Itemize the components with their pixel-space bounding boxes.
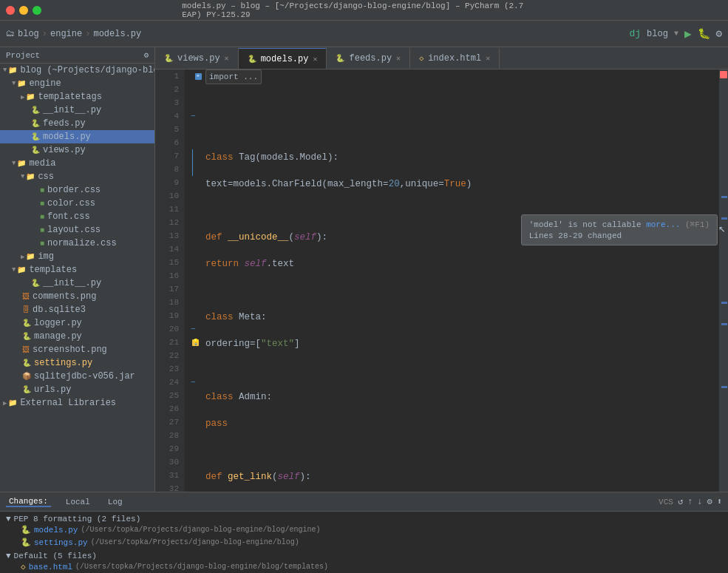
change-file-base-html[interactable]: ◇ base.html (/Users/topka/Projects/djang…: [6, 560, 722, 573]
tree-item-engine[interactable]: ▼ 📁 engine: [0, 77, 154, 90]
tab-close-icon[interactable]: ✕: [313, 55, 317, 64]
tree-item-feeds-py[interactable]: 🐍 feeds.py: [0, 117, 154, 130]
maximize-button[interactable]: [33, 6, 41, 15]
up-arrow-icon[interactable]: ↑: [687, 497, 693, 507]
tree-item-templatetags[interactable]: ▶ 📁 templatetags: [0, 90, 154, 104]
bottom-content: ▼ PEP 8 formatting (2 files) 🐍 models.py…: [0, 512, 728, 573]
tree-item-normalize-css[interactable]: ■ normalize.css: [0, 237, 154, 250]
dropdown-arrow-icon[interactable]: ▼: [674, 30, 678, 38]
tree-item-font-css[interactable]: ■ font.css: [0, 210, 154, 223]
tab-models-py[interactable]: 🐍 models.py ✕: [239, 48, 327, 69]
tree-item-css[interactable]: ▼ 📁 css: [0, 170, 154, 183]
tree-label: __init__.py: [43, 278, 101, 288]
folder-icon: 📁: [17, 265, 26, 274]
tree-item-manage-py[interactable]: 🐍 manage.py: [0, 330, 154, 343]
title-bar: models.py – blog – [~/Projects/django-bl…: [0, 0, 728, 21]
tree-label: engine: [29, 78, 61, 89]
bottom-tab-local[interactable]: Local: [63, 498, 93, 506]
css-icon: ■: [40, 200, 44, 208]
editor-tabs: 🐍 views.py ✕ 🐍 models.py ✕ 🐍 feeds.py ✕ …: [155, 47, 728, 69]
bottom-toolbar: VCS ↺ ↑ ↓ ⚙ ⬆: [659, 496, 722, 507]
tree-label: db.sqlite3: [33, 305, 86, 315]
breadcrumb-blog[interactable]: blog: [18, 29, 39, 39]
change-file-settings-py[interactable]: 🐍 settings.py (/Users/topka/Projects/dja…: [6, 536, 722, 549]
panel-gear-icon[interactable]: ⚙: [143, 50, 149, 60]
down-arrow-icon[interactable]: ↓: [697, 497, 702, 507]
traffic-lights: [6, 6, 41, 15]
tree-label: screenshot.png: [33, 345, 107, 355]
db-icon: 🗄: [22, 305, 30, 314]
change-indicator-3: [721, 302, 727, 304]
tree-item-screenshot-png[interactable]: 🖼 screenshot.png: [0, 343, 154, 356]
run-icon[interactable]: ▶: [684, 27, 692, 41]
tree-label: views.py: [43, 145, 86, 155]
scroll-gutter: [719, 69, 728, 492]
change-file-models-py[interactable]: 🐍 models.py (/Users/topka/Projects/djang…: [6, 523, 722, 536]
code-line-1: import ...: [205, 69, 713, 84]
editor-area: 🐍 views.py ✕ 🐍 models.py ✕ 🐍 feeds.py ✕ …: [155, 47, 728, 492]
tree-item-templates[interactable]: ▼ 📁 templates: [0, 263, 154, 277]
tree-item-img[interactable]: ▶ 📁 img: [0, 250, 154, 263]
tooltip-more-link[interactable]: more...: [646, 220, 680, 229]
py-icon: 🐍: [22, 319, 31, 328]
py-icon: 🐍: [22, 385, 31, 394]
tree-item-urls-py[interactable]: 🐍 urls.py: [0, 383, 154, 396]
tree-item-logger-py[interactable]: 🐍 logger.py: [0, 316, 154, 330]
title-text: models.py – blog – [~/Projects/django-bl…: [182, 1, 546, 19]
fold-marker-20[interactable]: −: [191, 322, 196, 336]
tree-item-blog[interactable]: ▼ 📁 blog (~Projects/django-blog: [0, 64, 154, 77]
code-editor[interactable]: 1 2 3 4 5 6 7 8 9 10 11 12 13 14 15 16 1…: [155, 69, 728, 492]
maximize-panel-icon[interactable]: ⬆: [717, 496, 722, 507]
code-line-15: [205, 444, 713, 457]
settings-icon[interactable]: ⚙: [716, 27, 722, 40]
change-group-header[interactable]: ▼ Default (5 files): [6, 552, 722, 560]
tab-close-icon[interactable]: ✕: [225, 54, 229, 63]
minimize-button[interactable]: [19, 6, 28, 15]
tab-close-icon[interactable]: ✕: [396, 54, 401, 63]
tree-label: sqlitejdbc-v056.jar: [34, 371, 135, 382]
tab-views-py[interactable]: 🐍 views.py ✕: [155, 48, 239, 69]
tree-item-db-sqlite3[interactable]: 🗄 db.sqlite3: [0, 303, 154, 316]
tree-label: models.py: [43, 132, 91, 142]
breadcrumb-file[interactable]: models.py: [93, 29, 141, 39]
tree-item-layout-css[interactable]: ■ layout.css: [0, 223, 154, 237]
code-line-12: [205, 364, 713, 377]
tree-item-color-css[interactable]: ■ color.css: [0, 197, 154, 210]
bottom-tab-changes[interactable]: Changes:: [6, 497, 51, 507]
tree-item-border-css[interactable]: ■ border.css: [0, 183, 154, 197]
file-path: (/Users/topka/Projects/django-blog-engin…: [81, 526, 320, 534]
bottom-tab-log[interactable]: Log: [105, 498, 126, 506]
breadcrumb-engine[interactable]: engine: [50, 29, 82, 39]
fold-marker-1[interactable]: +: [195, 73, 202, 80]
tree-item-sqlitejdbc[interactable]: 📦 sqlitejdbc-v056.jar: [0, 370, 154, 383]
file-name: base.html: [29, 563, 72, 572]
tree-label: templates: [29, 265, 77, 275]
fold-marker-24[interactable]: −: [191, 376, 196, 389]
tree-item-ext-libs[interactable]: ▶ 📁 External Libraries: [0, 396, 154, 410]
tree-item-views-py[interactable]: 🐍 views.py: [0, 143, 154, 157]
tab-index-html[interactable]: ◇ index.html ✕: [410, 48, 500, 69]
tree-item-models-py[interactable]: 🐍 models.py: [0, 130, 154, 143]
change-group-header[interactable]: ▼ PEP 8 formatting (2 files): [6, 515, 722, 523]
cursor-icon: ↖: [718, 221, 726, 236]
tree-label: templatetags: [38, 92, 101, 102]
refresh-icon[interactable]: ↺: [678, 496, 683, 507]
debug-icon[interactable]: 🐛: [698, 27, 710, 40]
settings-bottom-icon[interactable]: ⚙: [707, 496, 712, 507]
tab-feeds-py[interactable]: 🐍 feeds.py ✕: [327, 48, 410, 69]
tree-label: settings.py: [34, 358, 92, 368]
py-icon: 🐍: [31, 106, 40, 115]
panel-title: Project: [6, 51, 40, 60]
tree-item-init-py[interactable]: 🐍 __init__.py: [0, 104, 154, 117]
tab-close-icon[interactable]: ✕: [486, 54, 490, 63]
tree-item-init-py2[interactable]: 🐍 __init__.py: [0, 277, 154, 290]
code-content[interactable]: + −: [185, 69, 719, 492]
code-line-9: [205, 284, 713, 297]
tree-label: External Libraries: [20, 398, 116, 408]
tree-item-media[interactable]: ▼ 📁 media: [0, 157, 154, 170]
tree-label: comments.png: [33, 291, 96, 302]
close-button[interactable]: [6, 6, 15, 15]
tree-item-settings-py[interactable]: 🐍 settings.py: [0, 356, 154, 370]
tree-item-comments-png[interactable]: 🖼 comments.png: [0, 290, 154, 303]
fold-marker-4[interactable]: −: [191, 109, 196, 123]
